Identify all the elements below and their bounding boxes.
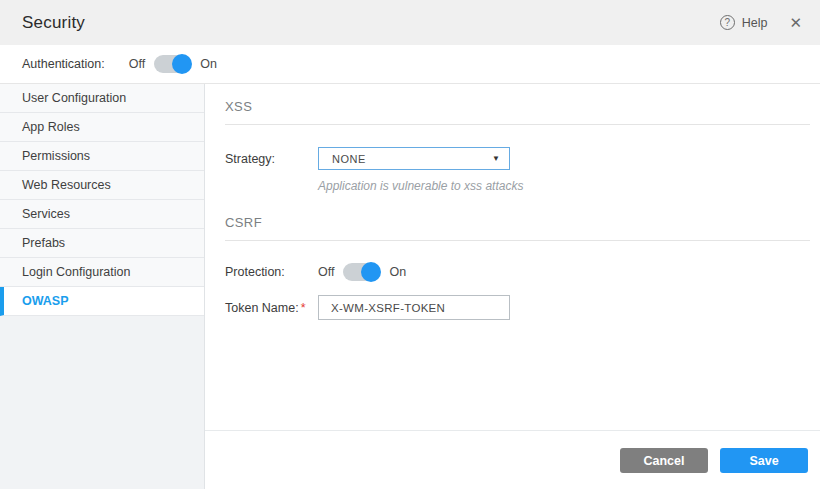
sidebar-item-prefabs[interactable]: Prefabs xyxy=(0,229,204,258)
token-name-label-text: Token Name: xyxy=(225,301,299,315)
toggle-off-label: Off xyxy=(129,57,145,71)
titlebar: Security ? Help ✕ xyxy=(0,0,820,45)
protection-toggle: Off On xyxy=(318,263,406,281)
sidebar: User Configuration App Roles Permissions… xyxy=(0,84,205,489)
authentication-toggle: Off On xyxy=(129,55,217,73)
page-title: Security xyxy=(22,13,85,33)
sidebar-item-services[interactable]: Services xyxy=(0,200,204,229)
token-name-label: Token Name:* xyxy=(225,301,318,315)
sidebar-item-login-configuration[interactable]: Login Configuration xyxy=(0,258,204,287)
authentication-switch[interactable] xyxy=(154,55,191,73)
help-icon: ? xyxy=(720,15,735,30)
help-button[interactable]: ? Help xyxy=(720,15,768,30)
owasp-panel: XSS Strategy: NONE ▼ Application is vuln… xyxy=(205,84,820,489)
authentication-row: Authentication: Off On xyxy=(0,45,820,84)
strategy-selected-value: NONE xyxy=(332,153,366,165)
protection-row: Protection: Off On xyxy=(225,263,810,281)
csrf-section-title: CSRF xyxy=(225,215,810,241)
strategy-helper-row: Application is vulnerable to xss attacks xyxy=(318,176,810,194)
protection-label: Protection: xyxy=(225,265,318,279)
token-name-row: Token Name:* xyxy=(225,295,810,320)
strategy-label: Strategy: xyxy=(225,152,318,166)
switch-knob xyxy=(172,54,192,74)
switch-knob xyxy=(361,262,381,282)
close-icon[interactable]: ✕ xyxy=(789,15,802,30)
xss-section-title: XSS xyxy=(225,99,810,125)
cancel-button[interactable]: Cancel xyxy=(620,448,708,473)
toggle-on-label: On xyxy=(389,265,406,279)
sidebar-item-user-configuration[interactable]: User Configuration xyxy=(0,84,204,113)
xss-warning-text: Application is vulnerable to xss attacks xyxy=(318,179,523,193)
save-button[interactable]: Save xyxy=(720,448,808,473)
sidebar-item-permissions[interactable]: Permissions xyxy=(0,142,204,171)
protection-switch[interactable] xyxy=(343,263,380,281)
dialog-body: User Configuration App Roles Permissions… xyxy=(0,84,820,489)
footer-actions: Cancel Save xyxy=(205,430,820,489)
chevron-down-icon: ▼ xyxy=(492,154,500,163)
toggle-off-label: Off xyxy=(318,265,334,279)
sidebar-item-owasp[interactable]: OWASP xyxy=(0,287,204,316)
required-asterisk: * xyxy=(301,301,306,315)
token-name-input[interactable] xyxy=(318,295,510,320)
strategy-select[interactable]: NONE ▼ xyxy=(318,147,510,170)
sidebar-item-app-roles[interactable]: App Roles xyxy=(0,113,204,142)
toggle-on-label: On xyxy=(200,57,217,71)
security-dialog: Security ? Help ✕ Authentication: Off On… xyxy=(0,0,820,489)
sidebar-item-web-resources[interactable]: Web Resources xyxy=(0,171,204,200)
help-label: Help xyxy=(742,16,768,30)
authentication-label: Authentication: xyxy=(22,57,105,71)
strategy-row: Strategy: NONE ▼ xyxy=(225,147,810,170)
